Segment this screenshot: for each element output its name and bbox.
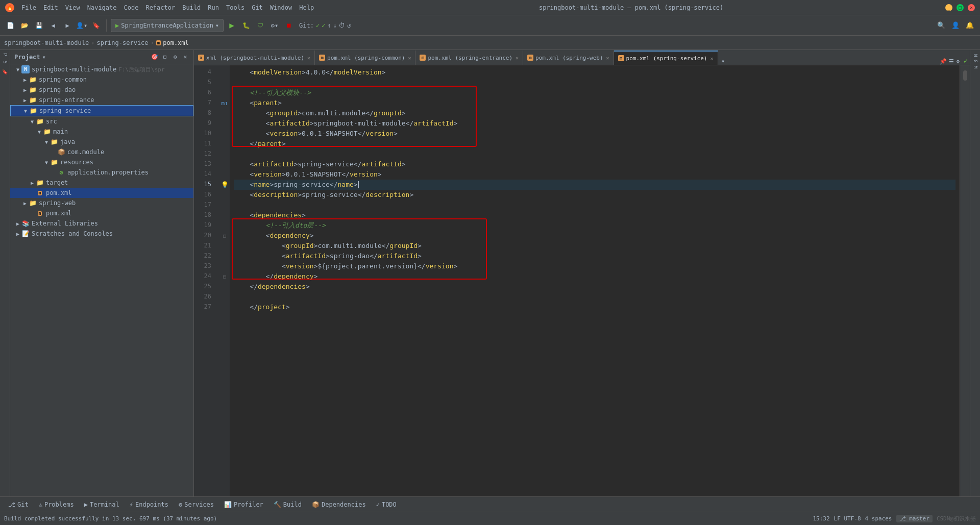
- menu-code[interactable]: Code: [121, 3, 142, 12]
- notifications-button[interactable]: 🔔: [964, 19, 976, 32]
- tab-common[interactable]: m pom.xml (spring-common) ✕: [315, 51, 415, 65]
- maven-icon[interactable]: M: [973, 66, 978, 68]
- sidebar-actions: 🎯 ⊟ ⚙ ✕: [151, 53, 189, 61]
- save-button[interactable]: 💾: [33, 19, 45, 32]
- tree-item-spring-common[interactable]: ▶ 📁 spring-common: [10, 74, 193, 85]
- breadcrumb-service[interactable]: spring-service: [96, 39, 148, 46]
- bottom-tab-git[interactable]: ⎇ Git: [4, 500, 33, 509]
- back-button[interactable]: ◀: [47, 19, 59, 32]
- run-button[interactable]: ▶: [226, 19, 238, 32]
- locate-file-button[interactable]: 🎯: [151, 53, 159, 61]
- cursor-position[interactable]: 15:32: [813, 515, 829, 522]
- gradle-icon[interactable]: G: [973, 60, 978, 62]
- close-button[interactable]: ✕: [968, 4, 975, 11]
- tree-item-external-libs[interactable]: ▶ 📚 External Libraries: [10, 218, 193, 229]
- run-config-selector[interactable]: ▶ SpringEntranceApplication ▾: [111, 19, 224, 32]
- menu-build[interactable]: Build: [179, 3, 204, 12]
- new-file-button[interactable]: 📄: [4, 19, 16, 32]
- bottom-tab-profiler[interactable]: 📊 Profiler: [220, 500, 267, 509]
- indent-spaces[interactable]: 4 spaces: [865, 515, 892, 522]
- bookmarks-icon[interactable]: 🔖: [2, 68, 9, 76]
- code-21-b3: </: [382, 241, 390, 251]
- code-4-bracket2: >: [302, 67, 306, 78]
- breadcrumb-module[interactable]: springboot-multi-module: [4, 39, 89, 46]
- pin-tab-button[interactable]: 📌: [940, 58, 947, 65]
- bottom-tab-dependencies[interactable]: 📦 Dependencies: [308, 500, 370, 509]
- profile-button[interactable]: ⚙▾: [268, 19, 281, 32]
- bookmark-button[interactable]: 🔖: [90, 19, 102, 32]
- gutter-24[interactable]: ⊟: [219, 271, 230, 282]
- gutter-15[interactable]: 💡: [219, 180, 230, 190]
- gutter-6: [219, 88, 230, 98]
- tree-item-spring-entrance[interactable]: ▶ 📁 spring-entrance: [10, 95, 193, 105]
- tree-item-pom-service[interactable]: m pom.xml: [10, 188, 193, 198]
- tabs-overflow-button[interactable]: ▾: [718, 58, 728, 65]
- code-20-tag: dependency: [270, 231, 309, 241]
- tab-entrance-close[interactable]: ✕: [516, 55, 519, 61]
- scrollbar-thumb[interactable]: [963, 70, 967, 81]
- bottom-tab-problems[interactable]: ⚠ Problems: [35, 500, 78, 509]
- notifications-panel-icon[interactable]: N: [973, 54, 978, 57]
- recent-files-button[interactable]: 👤▾: [76, 19, 88, 32]
- user-profile-button[interactable]: 👤: [949, 19, 962, 32]
- tab-service[interactable]: m pom.xml (spring-service) ✕: [614, 51, 718, 65]
- collapse-all-button[interactable]: ⊟: [161, 53, 169, 61]
- menu-view[interactable]: View: [62, 3, 83, 12]
- bottom-tab-todo[interactable]: ✓ TODO: [372, 500, 401, 509]
- tree-item-java[interactable]: ▼ 📁 java: [10, 137, 193, 147]
- spring-web-folder-icon: 📁: [29, 199, 37, 207]
- bottom-tab-terminal[interactable]: ▶ Terminal: [80, 500, 124, 509]
- tree-item-spring-web[interactable]: ▶ 📁 spring-web: [10, 198, 193, 208]
- sidebar-settings-button[interactable]: ⚙: [171, 53, 179, 61]
- tab-entrance[interactable]: m pom.xml (spring-entrance) ✕: [415, 51, 523, 65]
- minimize-button[interactable]: _: [945, 4, 952, 11]
- menu-run[interactable]: Run: [205, 3, 222, 12]
- bottom-tab-endpoints[interactable]: ⚡ Endpoints: [126, 500, 173, 509]
- menu-git[interactable]: Git: [249, 3, 266, 12]
- menu-window[interactable]: Window: [267, 3, 295, 12]
- tree-item-com-module[interactable]: 📦 com.module: [10, 147, 193, 157]
- tab-multimodule[interactable]: x xml (springboot-multi-module) ✕: [194, 51, 315, 65]
- menu-refactor[interactable]: Refactor: [142, 3, 178, 12]
- tree-item-main[interactable]: ▼ 📁 main: [10, 127, 193, 137]
- tree-item-spring-dao[interactable]: ▶ 📁 spring-dao: [10, 85, 193, 95]
- menu-edit[interactable]: Edit: [40, 3, 61, 12]
- code-22-b4: >: [418, 251, 422, 261]
- tab-web[interactable]: m pom.xml (spring-web) ✕: [523, 51, 614, 65]
- search-everywhere-button[interactable]: 🔍: [935, 19, 947, 32]
- recent-files-dropdown[interactable]: ☰: [949, 58, 954, 65]
- tree-item-scratches[interactable]: ▶ 📝 Scratches and Consoles: [10, 229, 193, 239]
- editor-settings-button[interactable]: ⚙: [956, 58, 960, 65]
- menu-navigate[interactable]: Navigate: [84, 3, 120, 12]
- structure-icon[interactable]: S: [2, 60, 9, 64]
- maximize-button[interactable]: □: [957, 4, 964, 11]
- tree-item-pom-web[interactable]: m pom.xml: [10, 208, 193, 218]
- tree-item-root[interactable]: ▼ M springboot-multi-module F:\后端项目\spr: [10, 64, 193, 74]
- tree-item-target[interactable]: ▶ 📁 target: [10, 178, 193, 188]
- code-editor[interactable]: <modelVersion>4.0.0</modelVersion> <!--引…: [230, 65, 960, 496]
- git-branch[interactable]: ⎇ master: [896, 515, 933, 522]
- tab-web-close[interactable]: ✕: [606, 55, 609, 61]
- tab-common-close[interactable]: ✕: [408, 55, 411, 61]
- tab-service-close[interactable]: ✕: [710, 56, 714, 61]
- coverage-button[interactable]: 🛡: [254, 19, 266, 32]
- menu-file[interactable]: File: [18, 3, 39, 12]
- open-button[interactable]: 📂: [18, 19, 31, 32]
- bottom-tab-build[interactable]: 🔨 Build: [270, 500, 306, 509]
- sidebar-close-button[interactable]: ✕: [181, 53, 189, 61]
- tree-item-src[interactable]: ▼ 📁 src: [10, 116, 193, 127]
- code-line-27: </project>: [234, 302, 955, 312]
- menu-help[interactable]: Help: [296, 3, 317, 12]
- gutter-20[interactable]: ⊟: [219, 231, 230, 241]
- project-view-icon[interactable]: P: [2, 52, 9, 57]
- line-ending-encoding[interactable]: LF UTF-8: [834, 515, 861, 522]
- stop-button[interactable]: ⏹: [283, 19, 295, 32]
- bottom-tab-services[interactable]: ⚙ Services: [175, 500, 218, 509]
- tab-multimodule-close[interactable]: ✕: [307, 55, 310, 61]
- forward-button[interactable]: ▶: [61, 19, 74, 32]
- tree-item-resources[interactable]: ▼ 📁 resources: [10, 157, 193, 167]
- tree-item-spring-service[interactable]: ▼ 📁 spring-service: [10, 105, 193, 116]
- tree-item-app-properties[interactable]: ⚙ application.properties: [10, 167, 193, 178]
- debug-button[interactable]: 🐛: [240, 19, 252, 32]
- menu-tools[interactable]: Tools: [223, 3, 248, 12]
